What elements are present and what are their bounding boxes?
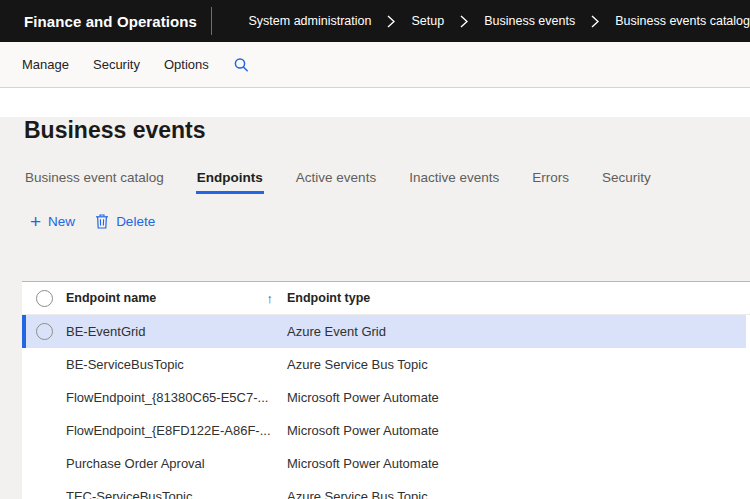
table-row[interactable]: BE-EventGrid Azure Event Grid — [22, 315, 750, 348]
tab-strip: Business event catalog Endpoints Active … — [24, 168, 750, 194]
table-row[interactable]: BE-ServiceBusTopic Azure Service Bus Top… — [22, 348, 750, 381]
menu-item-options[interactable]: Options — [152, 51, 221, 78]
sort-ascending-icon[interactable]: ↑ — [267, 291, 274, 306]
breadcrumb-item-business-events[interactable]: Business events — [484, 14, 575, 28]
page-title: Business events — [24, 117, 750, 144]
tab-endpoints[interactable]: Endpoints — [196, 168, 264, 194]
tab-active-events[interactable]: Active events — [295, 168, 377, 194]
endpoint-name-cell[interactable]: Purchase Order Aproval — [66, 456, 287, 471]
menu-item-security[interactable]: Security — [81, 51, 152, 78]
column-header-endpoint-name: Endpoint name ↑ — [66, 291, 287, 306]
endpoints-grid: Endpoint name ↑ Endpoint type BE-EventGr… — [22, 281, 750, 499]
tab-errors[interactable]: Errors — [531, 168, 570, 194]
column-header-endpoint-name-label[interactable]: Endpoint name — [66, 291, 156, 305]
delete-button-label: Delete — [116, 214, 155, 229]
column-header-endpoint-type-label[interactable]: Endpoint type — [287, 291, 370, 305]
table-row[interactable]: Purchase Order Aproval Microsoft Power A… — [22, 447, 750, 480]
endpoint-name-cell[interactable]: FlowEndpoint_{81380C65-E5C7-... — [66, 390, 287, 405]
endpoint-type-cell: Azure Service Bus Topic — [287, 357, 750, 372]
delete-button[interactable]: Delete — [95, 214, 155, 229]
endpoint-type-cell: Microsoft Power Automate — [287, 456, 750, 471]
search-button[interactable] — [233, 57, 249, 73]
endpoint-name-cell[interactable]: BE-ServiceBusTopic — [66, 357, 287, 372]
endpoint-type-cell: Azure Service Bus Topic — [287, 489, 750, 499]
endpoint-type-cell: Microsoft Power Automate — [287, 423, 750, 438]
table-row[interactable]: FlowEndpoint_{E8FD122E-A86F-... Microsof… — [22, 414, 750, 447]
breadcrumb: System administration Setup Business eve… — [249, 0, 750, 42]
selection-accent-bar — [22, 315, 26, 348]
endpoint-name-cell[interactable]: TEC-ServiceBusTopic — [66, 489, 287, 499]
tab-security[interactable]: Security — [601, 168, 652, 194]
trash-icon — [95, 214, 109, 229]
search-icon — [233, 57, 249, 73]
endpoint-name-cell[interactable]: BE-EventGrid — [66, 324, 287, 339]
breadcrumb-item-business-events-catalog[interactable]: Business events catalog — [615, 14, 750, 28]
new-button-label: New — [48, 214, 75, 229]
breadcrumb-item-system-administration[interactable]: System administration — [249, 14, 372, 28]
menu-item-manage[interactable]: Manage — [10, 51, 81, 78]
header-check-cell — [22, 290, 66, 307]
grid-header-row: Endpoint name ↑ Endpoint type — [22, 282, 750, 315]
table-row[interactable]: FlowEndpoint_{81380C65-E5C7-... Microsof… — [22, 381, 750, 414]
table-row[interactable]: TEC-ServiceBusTopic Azure Service Bus To… — [22, 480, 750, 499]
endpoint-type-cell: Azure Event Grid — [287, 324, 746, 339]
new-button[interactable]: + New — [30, 214, 75, 229]
select-all-checkbox[interactable] — [36, 290, 53, 307]
page-content: Business events Business event catalog E… — [0, 117, 750, 499]
grid-toolbar: + New Delete — [30, 214, 750, 229]
row-checkbox[interactable] — [36, 323, 53, 340]
command-bar: Manage Security Options — [0, 42, 750, 88]
endpoint-type-cell: Microsoft Power Automate — [287, 390, 750, 405]
column-header-endpoint-type: Endpoint type — [287, 291, 750, 305]
topbar-divider — [211, 7, 212, 35]
app-title[interactable]: Finance and Operations — [0, 0, 211, 42]
tab-inactive-events[interactable]: Inactive events — [408, 168, 500, 194]
endpoint-name-cell[interactable]: FlowEndpoint_{E8FD122E-A86F-... — [66, 423, 287, 438]
top-navigation-bar: Finance and Operations System administra… — [0, 0, 750, 42]
chevron-right-icon — [460, 15, 468, 28]
chevron-right-icon — [591, 15, 599, 28]
chevron-right-icon — [387, 15, 395, 28]
plus-icon: + — [30, 215, 41, 229]
breadcrumb-item-setup[interactable]: Setup — [411, 14, 444, 28]
tab-business-event-catalog[interactable]: Business event catalog — [24, 168, 165, 194]
row-check-cell — [22, 323, 66, 340]
